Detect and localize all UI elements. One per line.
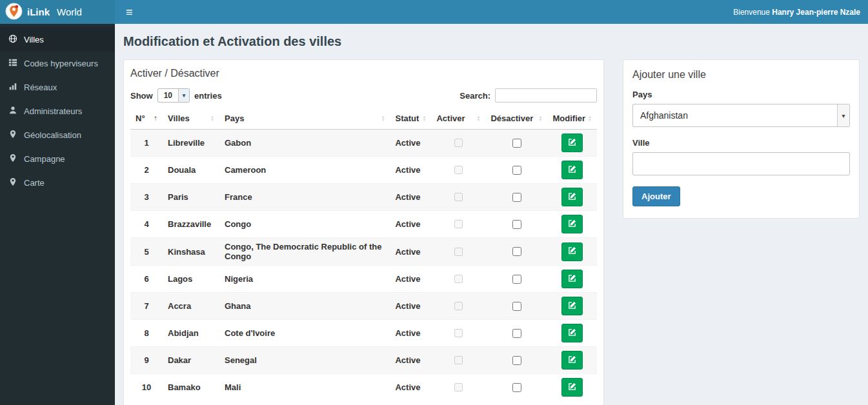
edit-pencil-icon <box>568 165 576 175</box>
show-label: Show <box>130 91 153 101</box>
row-pays: France <box>219 184 390 211</box>
edit-button[interactable] <box>561 378 583 397</box>
ville-input[interactable] <box>632 152 850 175</box>
desactiver-checkbox[interactable] <box>512 247 521 256</box>
sort-icon: ▲▼ <box>477 115 481 122</box>
app-logo-icon <box>5 3 23 22</box>
edit-button[interactable] <box>561 242 583 261</box>
search-input[interactable] <box>495 88 597 103</box>
pays-label: Pays <box>632 90 850 99</box>
column-header-activer[interactable]: Activer▲▼ <box>431 108 485 130</box>
ajouter-ville-card: Ajouter une ville Pays Afghanistan ▾ Vil… <box>623 59 860 219</box>
row-pays: Senegal <box>219 347 390 374</box>
table-row: 5 Kinshasa Congo, The Democratic Republi… <box>130 238 597 266</box>
desactiver-checkbox[interactable] <box>512 302 521 311</box>
column-header-desactiver[interactable]: Désactiver▲▼ <box>485 108 547 130</box>
sidebar-item-administrateurs[interactable]: Administrateurs <box>0 99 115 123</box>
desactiver-checkbox[interactable] <box>512 166 521 175</box>
desactiver-checkbox[interactable] <box>512 275 521 284</box>
page-length-value: 10 <box>158 89 178 102</box>
edit-button[interactable] <box>561 351 583 370</box>
desactiver-checkbox[interactable] <box>512 193 521 202</box>
edit-button[interactable] <box>561 133 583 152</box>
sidebar-item-codes-hyperviseurs[interactable]: Codes hyperviseurs <box>0 52 115 75</box>
user-icon <box>8 106 17 117</box>
list-icon <box>8 58 17 69</box>
edit-pencil-icon <box>568 274 576 284</box>
sidebar: iLinkWorld Villes Codes hyperviseurs <box>0 0 115 405</box>
edit-pencil-icon <box>568 355 576 366</box>
desactiver-checkbox[interactable] <box>512 356 521 365</box>
row-ville: Paris <box>163 184 219 211</box>
sidebar-item-carte[interactable]: Carte <box>0 171 115 195</box>
edit-button[interactable] <box>561 324 583 342</box>
row-ville: Douala <box>163 157 219 184</box>
row-pays: Nigeria <box>219 266 390 293</box>
sidebar-item-label: Carte <box>24 178 45 188</box>
column-header-villes[interactable]: Villes▲▼ <box>163 108 219 130</box>
row-ville: Brazzaville <box>163 211 219 238</box>
row-statut: Active <box>390 266 431 293</box>
row-pays: Congo, The Democratic Republic of the Co… <box>219 238 390 266</box>
welcome-user-name: Hanry Jean-pierre Nzale <box>772 8 860 17</box>
column-header-pays[interactable]: Pays▲▼ <box>219 108 390 130</box>
desactiver-checkbox[interactable] <box>512 139 521 148</box>
sidebar-menu: Villes Codes hyperviseurs Réseaux <box>0 28 115 195</box>
column-header-statut[interactable]: Statut▲▼ <box>390 108 431 130</box>
activer-checkbox <box>454 329 463 337</box>
table-row: 4 Brazzaville Congo Active <box>130 211 597 238</box>
welcome-prefix: Bienvenue <box>733 8 772 17</box>
edit-button[interactable] <box>561 188 583 206</box>
table-row: 3 Paris France Active <box>130 184 597 211</box>
edit-button[interactable] <box>561 297 583 315</box>
row-number: 3 <box>130 184 163 211</box>
sort-icon: ▲▼ <box>210 115 214 122</box>
row-statut: Active <box>390 320 431 347</box>
row-pays: Cote d'Ivoire <box>219 320 390 347</box>
map-marker-icon <box>8 177 17 188</box>
row-pays: Cameroon <box>219 157 390 184</box>
desactiver-checkbox[interactable] <box>512 220 521 229</box>
sidebar-item-label: Réseaux <box>24 83 57 92</box>
row-ville: Lagos <box>163 266 219 293</box>
hamburger-menu-icon[interactable]: ≡ <box>123 6 136 18</box>
sidebar-item-label: Codes hyperviseurs <box>24 59 98 68</box>
ajouter-button[interactable]: Ajouter <box>632 186 680 206</box>
row-number: 4 <box>130 211 163 238</box>
edit-button[interactable] <box>561 215 583 233</box>
map-marker-icon <box>8 153 17 164</box>
brand: iLinkWorld <box>0 0 115 24</box>
page-length-select[interactable]: 10 ▾ <box>157 88 190 103</box>
bar-chart-icon <box>8 82 17 93</box>
row-ville: Dakar <box>163 347 219 374</box>
row-statut: Active <box>390 238 431 266</box>
card-title: Ajouter une ville <box>632 69 850 81</box>
row-pays: Gabon <box>219 130 390 157</box>
column-header-num[interactable]: N°▲▼ <box>130 108 163 130</box>
row-number: 1 <box>130 130 163 157</box>
sidebar-item-geolocalisation[interactable]: Géolocalisation <box>0 123 115 147</box>
row-statut: Active <box>390 347 431 374</box>
edit-pencil-icon <box>568 219 576 230</box>
sidebar-item-campagne[interactable]: Campagne <box>0 147 115 171</box>
edit-button[interactable] <box>561 161 583 179</box>
table-row: 2 Douala Cameroon Active <box>130 157 597 184</box>
pays-select[interactable]: Afghanistan ▾ <box>632 104 850 127</box>
row-ville: Kinshasa <box>163 238 219 266</box>
search-label: Search: <box>459 91 490 101</box>
sidebar-item-reseaux[interactable]: Réseaux <box>0 75 115 99</box>
row-ville: Accra <box>163 293 219 320</box>
welcome-text[interactable]: Bienvenue Hanry Jean-pierre Nzale <box>733 8 860 17</box>
edit-button[interactable] <box>561 270 583 288</box>
brand-name-light: World <box>57 6 82 17</box>
desactiver-checkbox[interactable] <box>512 383 521 392</box>
chevron-down-icon: ▾ <box>837 104 849 126</box>
ville-label: Ville <box>632 138 850 148</box>
column-header-modifier[interactable]: Modifier▲▼ <box>547 108 597 130</box>
row-number: 8 <box>130 320 163 347</box>
activer-checkbox <box>454 383 463 391</box>
desactiver-checkbox[interactable] <box>512 329 521 338</box>
activer-checkbox <box>454 220 463 228</box>
main-content: Modification et Activation des villes Ac… <box>115 24 868 405</box>
sidebar-item-villes[interactable]: Villes <box>0 28 115 52</box>
